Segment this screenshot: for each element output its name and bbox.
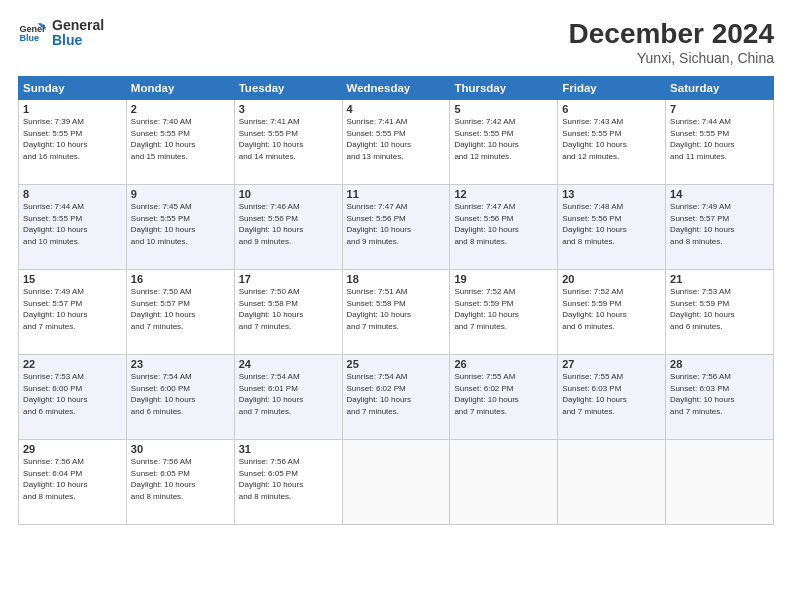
- day-info: Sunrise: 7:48 AM Sunset: 5:56 PM Dayligh…: [562, 201, 661, 247]
- logo-line2: Blue: [52, 33, 104, 48]
- day-number: 15: [23, 273, 122, 285]
- day-number: 17: [239, 273, 338, 285]
- day-info: Sunrise: 7:45 AM Sunset: 5:55 PM Dayligh…: [131, 201, 230, 247]
- day-number: 28: [670, 358, 769, 370]
- day-number: 16: [131, 273, 230, 285]
- calendar-cell: 8Sunrise: 7:44 AM Sunset: 5:55 PM Daylig…: [19, 185, 127, 270]
- calendar-cell: 2Sunrise: 7:40 AM Sunset: 5:55 PM Daylig…: [126, 100, 234, 185]
- day-number: 22: [23, 358, 122, 370]
- day-number: 4: [347, 103, 446, 115]
- calendar-cell: 28Sunrise: 7:56 AM Sunset: 6:03 PM Dayli…: [666, 355, 774, 440]
- calendar-cell: 29Sunrise: 7:56 AM Sunset: 6:04 PM Dayli…: [19, 440, 127, 525]
- page-title: December 2024: [569, 18, 774, 50]
- logo-line1: General: [52, 18, 104, 33]
- day-info: Sunrise: 7:51 AM Sunset: 5:58 PM Dayligh…: [347, 286, 446, 332]
- day-number: 26: [454, 358, 553, 370]
- day-info: Sunrise: 7:54 AM Sunset: 6:02 PM Dayligh…: [347, 371, 446, 417]
- day-info: Sunrise: 7:56 AM Sunset: 6:05 PM Dayligh…: [239, 456, 338, 502]
- page-subtitle: Yunxi, Sichuan, China: [569, 50, 774, 66]
- day-number: 31: [239, 443, 338, 455]
- calendar-header-monday: Monday: [126, 77, 234, 100]
- calendar-cell: 16Sunrise: 7:50 AM Sunset: 5:57 PM Dayli…: [126, 270, 234, 355]
- calendar-cell: 7Sunrise: 7:44 AM Sunset: 5:55 PM Daylig…: [666, 100, 774, 185]
- calendar-cell: 27Sunrise: 7:55 AM Sunset: 6:03 PM Dayli…: [558, 355, 666, 440]
- calendar-cell: [342, 440, 450, 525]
- logo-icon: General Blue: [18, 19, 46, 47]
- day-number: 5: [454, 103, 553, 115]
- calendar-cell: 9Sunrise: 7:45 AM Sunset: 5:55 PM Daylig…: [126, 185, 234, 270]
- day-info: Sunrise: 7:42 AM Sunset: 5:55 PM Dayligh…: [454, 116, 553, 162]
- day-number: 27: [562, 358, 661, 370]
- day-info: Sunrise: 7:41 AM Sunset: 5:55 PM Dayligh…: [239, 116, 338, 162]
- day-info: Sunrise: 7:50 AM Sunset: 5:58 PM Dayligh…: [239, 286, 338, 332]
- calendar-table: SundayMondayTuesdayWednesdayThursdayFrid…: [18, 76, 774, 525]
- calendar-cell: 31Sunrise: 7:56 AM Sunset: 6:05 PM Dayli…: [234, 440, 342, 525]
- header: General Blue General Blue December 2024 …: [18, 18, 774, 66]
- day-info: Sunrise: 7:56 AM Sunset: 6:04 PM Dayligh…: [23, 456, 122, 502]
- calendar-header-friday: Friday: [558, 77, 666, 100]
- day-info: Sunrise: 7:39 AM Sunset: 5:55 PM Dayligh…: [23, 116, 122, 162]
- calendar-cell: 24Sunrise: 7:54 AM Sunset: 6:01 PM Dayli…: [234, 355, 342, 440]
- calendar-week-row: 8Sunrise: 7:44 AM Sunset: 5:55 PM Daylig…: [19, 185, 774, 270]
- calendar-cell: 10Sunrise: 7:46 AM Sunset: 5:56 PM Dayli…: [234, 185, 342, 270]
- day-info: Sunrise: 7:53 AM Sunset: 6:00 PM Dayligh…: [23, 371, 122, 417]
- day-info: Sunrise: 7:56 AM Sunset: 6:05 PM Dayligh…: [131, 456, 230, 502]
- day-number: 19: [454, 273, 553, 285]
- day-number: 20: [562, 273, 661, 285]
- calendar-cell: 17Sunrise: 7:50 AM Sunset: 5:58 PM Dayli…: [234, 270, 342, 355]
- calendar-week-row: 29Sunrise: 7:56 AM Sunset: 6:04 PM Dayli…: [19, 440, 774, 525]
- calendar-cell: 11Sunrise: 7:47 AM Sunset: 5:56 PM Dayli…: [342, 185, 450, 270]
- day-info: Sunrise: 7:47 AM Sunset: 5:56 PM Dayligh…: [454, 201, 553, 247]
- calendar-cell: 12Sunrise: 7:47 AM Sunset: 5:56 PM Dayli…: [450, 185, 558, 270]
- calendar-cell: 20Sunrise: 7:52 AM Sunset: 5:59 PM Dayli…: [558, 270, 666, 355]
- calendar-header-tuesday: Tuesday: [234, 77, 342, 100]
- day-number: 13: [562, 188, 661, 200]
- day-number: 18: [347, 273, 446, 285]
- day-info: Sunrise: 7:55 AM Sunset: 6:02 PM Dayligh…: [454, 371, 553, 417]
- calendar-header-sunday: Sunday: [19, 77, 127, 100]
- calendar-header-thursday: Thursday: [450, 77, 558, 100]
- day-info: Sunrise: 7:47 AM Sunset: 5:56 PM Dayligh…: [347, 201, 446, 247]
- day-number: 10: [239, 188, 338, 200]
- day-number: 23: [131, 358, 230, 370]
- logo: General Blue General Blue: [18, 18, 104, 49]
- day-info: Sunrise: 7:41 AM Sunset: 5:55 PM Dayligh…: [347, 116, 446, 162]
- calendar-header-wednesday: Wednesday: [342, 77, 450, 100]
- day-number: 1: [23, 103, 122, 115]
- day-info: Sunrise: 7:40 AM Sunset: 5:55 PM Dayligh…: [131, 116, 230, 162]
- day-info: Sunrise: 7:52 AM Sunset: 5:59 PM Dayligh…: [562, 286, 661, 332]
- calendar-cell: 26Sunrise: 7:55 AM Sunset: 6:02 PM Dayli…: [450, 355, 558, 440]
- day-info: Sunrise: 7:52 AM Sunset: 5:59 PM Dayligh…: [454, 286, 553, 332]
- calendar-cell: 25Sunrise: 7:54 AM Sunset: 6:02 PM Dayli…: [342, 355, 450, 440]
- page: General Blue General Blue December 2024 …: [0, 0, 792, 612]
- day-number: 9: [131, 188, 230, 200]
- calendar-cell: 13Sunrise: 7:48 AM Sunset: 5:56 PM Dayli…: [558, 185, 666, 270]
- day-number: 24: [239, 358, 338, 370]
- calendar-header-row: SundayMondayTuesdayWednesdayThursdayFrid…: [19, 77, 774, 100]
- day-number: 25: [347, 358, 446, 370]
- day-number: 8: [23, 188, 122, 200]
- day-number: 29: [23, 443, 122, 455]
- day-number: 21: [670, 273, 769, 285]
- calendar-cell: 18Sunrise: 7:51 AM Sunset: 5:58 PM Dayli…: [342, 270, 450, 355]
- day-info: Sunrise: 7:55 AM Sunset: 6:03 PM Dayligh…: [562, 371, 661, 417]
- calendar-cell: 5Sunrise: 7:42 AM Sunset: 5:55 PM Daylig…: [450, 100, 558, 185]
- calendar-cell: 30Sunrise: 7:56 AM Sunset: 6:05 PM Dayli…: [126, 440, 234, 525]
- day-info: Sunrise: 7:54 AM Sunset: 6:00 PM Dayligh…: [131, 371, 230, 417]
- calendar-cell: 22Sunrise: 7:53 AM Sunset: 6:00 PM Dayli…: [19, 355, 127, 440]
- day-number: 14: [670, 188, 769, 200]
- calendar-cell: [450, 440, 558, 525]
- day-info: Sunrise: 7:53 AM Sunset: 5:59 PM Dayligh…: [670, 286, 769, 332]
- day-info: Sunrise: 7:44 AM Sunset: 5:55 PM Dayligh…: [23, 201, 122, 247]
- calendar-cell: 3Sunrise: 7:41 AM Sunset: 5:55 PM Daylig…: [234, 100, 342, 185]
- calendar-cell: 6Sunrise: 7:43 AM Sunset: 5:55 PM Daylig…: [558, 100, 666, 185]
- day-info: Sunrise: 7:56 AM Sunset: 6:03 PM Dayligh…: [670, 371, 769, 417]
- calendar-cell: 14Sunrise: 7:49 AM Sunset: 5:57 PM Dayli…: [666, 185, 774, 270]
- day-number: 3: [239, 103, 338, 115]
- title-block: December 2024 Yunxi, Sichuan, China: [569, 18, 774, 66]
- calendar-header-saturday: Saturday: [666, 77, 774, 100]
- day-number: 12: [454, 188, 553, 200]
- calendar-week-row: 15Sunrise: 7:49 AM Sunset: 5:57 PM Dayli…: [19, 270, 774, 355]
- calendar-cell: [666, 440, 774, 525]
- day-info: Sunrise: 7:46 AM Sunset: 5:56 PM Dayligh…: [239, 201, 338, 247]
